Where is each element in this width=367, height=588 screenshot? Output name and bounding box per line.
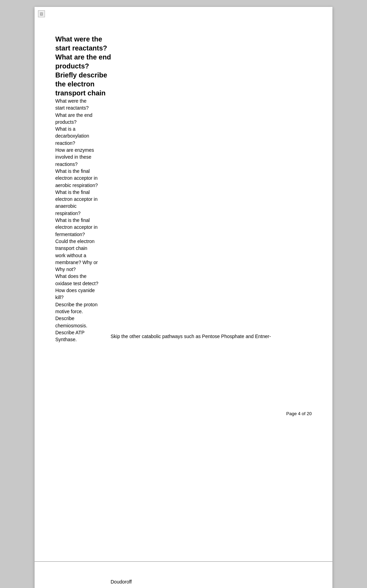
- question-14: Describe the protonmotive force.: [55, 301, 114, 315]
- question-8: What is the finalelectron acceptor inaer…: [55, 168, 114, 189]
- question-7: How are enzymesinvolved in thesereaction…: [55, 147, 114, 168]
- page-container: 🖼 What were thestart reactants? What are…: [35, 7, 332, 588]
- question-15: Describechemiosmosis.: [55, 315, 114, 329]
- question-1: What were thestart reactants?: [55, 35, 114, 53]
- question-4: What were thestart reactants?: [55, 97, 114, 112]
- question-12: What does theoxidase test detect?: [55, 273, 114, 287]
- skip-text: Skip the other catabolic pathways such a…: [111, 334, 271, 339]
- question-2: What are the endproducts?: [55, 53, 114, 71]
- question-13: How does cyanidekill?: [55, 287, 114, 301]
- questions-block: What were thestart reactants? What are t…: [55, 35, 114, 343]
- question-3: Briefly describethe electrontransport ch…: [55, 71, 114, 97]
- question-10: What is the finalelectron acceptor infer…: [55, 217, 114, 238]
- question-5: What are the endproducts?: [55, 112, 114, 126]
- question-6: What is adecarboxylationreaction?: [55, 125, 114, 147]
- page-footer: Doudoroff: [35, 561, 332, 588]
- page-number: Page 4 of 20: [286, 411, 312, 416]
- page-content: 🖼 What were thestart reactants? What are…: [35, 7, 332, 561]
- question-11: Could the electrontransport chainwork wi…: [55, 238, 114, 273]
- question-16: Describe ATPSynthase.: [55, 329, 114, 343]
- broken-image-icon: 🖼: [38, 10, 45, 17]
- question-9: What is the finalelectron acceptor inana…: [55, 189, 114, 217]
- footer-continuation: Doudoroff: [55, 579, 312, 585]
